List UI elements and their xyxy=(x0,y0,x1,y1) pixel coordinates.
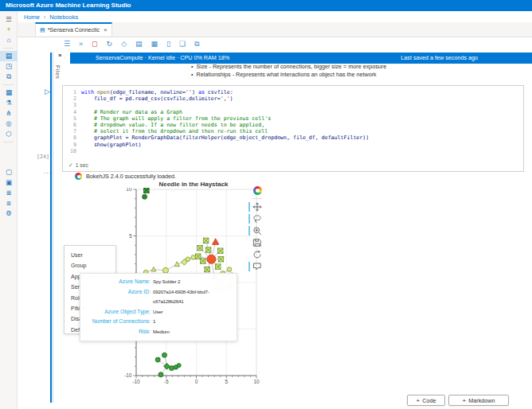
bokeh-logo[interactable] xyxy=(253,186,262,195)
toolbar-run-all-icon[interactable]: » xyxy=(79,40,83,48)
compute-status-text: SenservaCompute · Kernel idle · CPU 0% R… xyxy=(96,53,229,64)
tooltip-row: Azure Object Type:User xyxy=(85,307,232,317)
rail-item-endpoints-icon[interactable]: ⬡ xyxy=(0,129,18,139)
add-code-button[interactable]: + Code xyxy=(407,395,445,406)
toolbar-cell-menu-icon[interactable]: ☰ xyxy=(64,40,70,48)
code-editor[interactable]: with open(edge_filename, newline='') as … xyxy=(81,89,522,154)
bullet-glyph: • xyxy=(191,71,194,79)
tooltip-field-label: Risk: xyxy=(85,327,151,337)
tooltip-field-value: 1 xyxy=(153,317,155,327)
filter-option-user[interactable]: User xyxy=(71,250,115,260)
y-tick-label: -10 xyxy=(124,372,132,378)
code-line: show(graphPlot) xyxy=(81,142,522,148)
rail-item-automl-icon[interactable]: ◳ xyxy=(0,61,18,72)
line-number: 7 xyxy=(63,128,76,134)
add-code-label: Code xyxy=(422,397,436,404)
toolbar-clear-outputs-icon[interactable]: ◇ xyxy=(121,40,127,48)
x-tick-label: 0 xyxy=(195,379,198,384)
cell-status: ✓1 sec xyxy=(68,162,88,169)
rail-item-compute-icon[interactable]: ▢ xyxy=(0,167,18,177)
tool-save-icon[interactable] xyxy=(252,238,263,247)
rail-item-models-icon[interactable]: ◎ xyxy=(0,119,18,129)
x-tick-label: 10 xyxy=(253,379,260,384)
rail-item-jobs-icon[interactable]: ⚗ xyxy=(0,98,18,108)
run-cell-button[interactable]: ▷ xyxy=(45,88,50,95)
code-token: file_df = pd.read_csv(csvfile,delimiter= xyxy=(81,95,221,102)
tooltip-row: Azure Name:Spy Soldier 2 xyxy=(85,277,232,287)
bokeh-loaded-text: BokehJS 2.4.0 successfully loaded. xyxy=(86,173,176,180)
notebook-file-icon: ▤ xyxy=(40,27,45,33)
breadcrumb-home-link[interactable]: Home xyxy=(24,14,40,21)
line-number: 6 xyxy=(63,122,76,128)
filter-option-group[interactable]: Group xyxy=(71,260,115,271)
graph-node-circle xyxy=(191,255,196,260)
tooltip-field-label: Azure Name: xyxy=(85,277,151,287)
tool-reset-icon[interactable] xyxy=(252,250,263,259)
line-numbers: 12345678910 xyxy=(63,89,76,154)
toolbar-save-icon[interactable]: ▤ xyxy=(135,40,143,48)
tooltip-field-label: Azure ID: xyxy=(85,287,151,307)
bokeh-logo-icon xyxy=(75,173,82,180)
line-number: 3 xyxy=(63,102,76,108)
collapsed-cell-marker[interactable]: ... xyxy=(44,168,52,175)
rail-item-settings-icon[interactable]: ⚙ xyxy=(0,208,18,219)
toolbar-interrupt-icon[interactable]: ◻ xyxy=(92,40,97,48)
toolbar-variable-explorer-icon[interactable]: ▯ xyxy=(166,40,170,48)
plus-icon: + xyxy=(463,397,467,404)
tooltip-field-value: User xyxy=(153,307,162,317)
code-token: # The graph will apply a filter from the… xyxy=(81,115,271,122)
rail-item-linked-services-icon[interactable]: ⧈ xyxy=(0,198,18,208)
rail-item-datastores-icon[interactable]: ≣ xyxy=(0,188,18,198)
compute-status-bar[interactable]: SenservaCompute · Kernel idle · CPU 0% R… xyxy=(70,53,532,64)
x-tick-label: 5 xyxy=(225,379,228,384)
rail-item-data-icon[interactable]: ▦ xyxy=(0,88,18,98)
line-number: 8 xyxy=(63,134,76,141)
code-cell[interactable]: 12345678910 with open(edge_filename, new… xyxy=(62,85,524,172)
rail-divider xyxy=(3,48,14,49)
breadcrumb-notebooks-link[interactable]: Notebooks xyxy=(49,14,78,21)
tool-wheel-zoom-icon[interactable] xyxy=(252,226,263,236)
tab-bar: ▤ *Senserva Connectic × xyxy=(18,22,532,37)
files-panel-expand-button[interactable]: » xyxy=(58,52,61,59)
x-tick-label: -10 xyxy=(132,379,140,384)
toolbar-data-table-icon[interactable]: ▦ xyxy=(151,40,158,48)
tool-pan-icon[interactable] xyxy=(252,202,263,212)
rail-item-menu-icon[interactable]: ☰ xyxy=(0,14,18,25)
rail-item-notebooks-icon[interactable]: ▤ xyxy=(0,51,18,61)
rail-item-pipelines-icon[interactable]: ⋔ xyxy=(0,108,18,119)
add-markdown-label: Markdown xyxy=(468,397,495,404)
toolbar-open-fullscreen-icon[interactable]: ⧉ xyxy=(194,40,199,49)
graph-node-circle xyxy=(158,372,163,377)
tooltip-row: Number of Connections:1 xyxy=(85,317,232,327)
plus-icon: + xyxy=(417,397,421,404)
toolbar-restart-kernel-icon[interactable]: ↻ xyxy=(107,40,113,48)
add-markdown-button[interactable]: + Markdown xyxy=(448,395,509,406)
graph-node-circle xyxy=(227,267,232,272)
note-bullet-line: •Size - Represents the number of connect… xyxy=(191,63,386,71)
tab-senserva-notebook[interactable]: ▤ *Senserva Connectic × xyxy=(35,22,112,36)
rail-item-designer-icon[interactable]: ⧉ xyxy=(0,72,18,82)
tool-hover-icon[interactable] xyxy=(252,262,263,271)
files-panel-splitter[interactable] xyxy=(50,53,52,403)
save-status-text: Last saved a few seconds ago xyxy=(401,53,478,64)
breadcrumb: Home › Notebooks xyxy=(24,11,78,22)
line-number: 10 xyxy=(63,148,76,154)
tool-lasso-select-icon[interactable] xyxy=(252,214,263,224)
toolbar-comments-icon[interactable]: ❏ xyxy=(179,40,186,48)
rail-divider xyxy=(3,142,14,142)
code-token: ) xyxy=(230,95,233,102)
tooltip-field-value: Spy Soldier 2 xyxy=(153,277,180,287)
rail-item-home-icon[interactable]: ⌂ xyxy=(0,35,18,45)
rail-item-environments-icon[interactable]: ▣ xyxy=(0,177,18,188)
rail-item-new-icon[interactable]: + xyxy=(0,25,18,35)
code-token: open xyxy=(97,89,110,95)
tooltip-field-value: 09207a14-6908-43bf-bbd7-c67a128b2641 xyxy=(153,287,232,307)
code-token: graphPlot = RenderGraphData(filterHelper… xyxy=(81,134,369,141)
code-line: with open(edge_filename, newline='') as … xyxy=(81,89,522,95)
code-line: # Render our data as a Graph xyxy=(81,109,522,115)
code-token: as xyxy=(198,89,205,95)
tab-close-icon[interactable]: × xyxy=(104,26,108,33)
code-line: graphPlot = RenderGraphData(filterHelper… xyxy=(81,134,522,141)
line-number: 2 xyxy=(63,95,76,102)
app-title: Microsoft Azure Machine Learning Studio xyxy=(6,2,131,9)
